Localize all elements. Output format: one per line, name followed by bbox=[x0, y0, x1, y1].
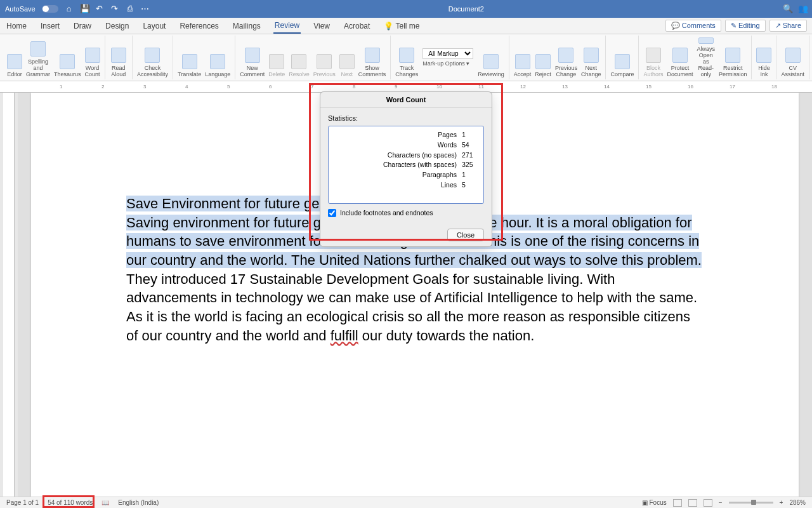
markup-options[interactable]: Mark-up Options ▾ bbox=[422, 60, 473, 67]
spelling-button[interactable]: Spelling and Grammar bbox=[24, 36, 52, 79]
tab-view[interactable]: View bbox=[312, 19, 331, 33]
zoom-plus[interactable]: + bbox=[780, 499, 783, 506]
statistics-box: Pages1 Words54 Characters (no spaces)271… bbox=[328, 126, 484, 204]
prevchange-button[interactable]: Previous Change bbox=[553, 36, 579, 79]
accessibility-button[interactable]: Check Accessibility bbox=[135, 36, 170, 79]
document-title: Document2 bbox=[150, 5, 783, 13]
ruler-vertical bbox=[3, 93, 15, 497]
include-footnotes-checkbox[interactable] bbox=[328, 209, 336, 217]
title-bar: AutoSave ⌂ 💾 ↶ ↷ ⎙ ⋯ Document2 🔍 👥 bbox=[0, 0, 812, 18]
editor-button[interactable]: Editor bbox=[5, 36, 24, 79]
comments-button[interactable]: 💬 Comments bbox=[665, 20, 721, 32]
undo-icon[interactable]: ↶ bbox=[95, 4, 104, 13]
search-icon[interactable]: 🔍 bbox=[783, 4, 792, 13]
wordcount-button[interactable]: Word Count bbox=[83, 36, 102, 79]
ruler-vertical-container bbox=[0, 93, 18, 497]
resolve-button: Resolve bbox=[287, 36, 311, 79]
protectdoc-button[interactable]: Protect Document bbox=[665, 36, 695, 79]
language-status[interactable]: English (India) bbox=[118, 499, 159, 506]
newcomment-button[interactable]: New Comment bbox=[238, 36, 266, 79]
status-bar: Page 1 of 1 54 of 110 words 📖 English (I… bbox=[0, 497, 812, 508]
next-button: Next bbox=[337, 36, 357, 79]
zoom-slider[interactable] bbox=[729, 502, 773, 504]
stat-row: Characters (with spaces)325 bbox=[335, 160, 477, 170]
text-body[interactable]: our duty towards the nation. bbox=[358, 328, 535, 344]
home-icon[interactable]: ⌂ bbox=[65, 4, 74, 13]
share-button[interactable]: ↗ Share bbox=[769, 20, 807, 32]
reviewing-button[interactable]: Reviewing bbox=[476, 36, 506, 79]
restrict-button[interactable]: Restrict Permission bbox=[717, 36, 749, 79]
trackchanges-button[interactable]: Track Changes bbox=[393, 36, 420, 79]
readaloud-button[interactable]: Read Aloud bbox=[108, 36, 129, 79]
autosave-label: AutoSave bbox=[5, 5, 36, 13]
assistant-button[interactable]: CV Assistant bbox=[779, 36, 806, 79]
editing-button[interactable]: ✎ Editing bbox=[725, 20, 766, 32]
wordcount-dialog: Word Count Statistics: Pages1 Words54 Ch… bbox=[320, 91, 492, 247]
tab-design[interactable]: Design bbox=[104, 19, 130, 33]
tab-tellme[interactable]: 💡 Tell me bbox=[383, 19, 421, 33]
alwaysopen-button[interactable]: Always Open as Read-only bbox=[695, 36, 717, 79]
compare-button[interactable]: Compare bbox=[608, 36, 636, 79]
reject-button[interactable]: Reject bbox=[533, 36, 553, 79]
nextchange-button[interactable]: Next Change bbox=[579, 36, 603, 79]
dialog-title: Word Count bbox=[320, 92, 492, 108]
more-icon[interactable]: ⋯ bbox=[141, 4, 150, 13]
tab-insert[interactable]: Insert bbox=[39, 19, 61, 33]
tab-review[interactable]: Review bbox=[273, 18, 301, 34]
stat-row: Paragraphs1 bbox=[335, 170, 477, 180]
text-highlight[interactable]: Save Environment for future gen bbox=[126, 196, 327, 211]
focus-button[interactable]: ▣ Focus bbox=[642, 499, 667, 506]
view-web[interactable] bbox=[704, 499, 712, 507]
ribbon-tabs: Home Insert Draw Design Layout Reference… bbox=[0, 18, 812, 34]
spellcheck-word[interactable]: fulfill bbox=[331, 328, 358, 344]
delete-button: Delete bbox=[266, 36, 287, 79]
statistics-label: Statistics: bbox=[328, 114, 484, 122]
translate-button[interactable]: Translate bbox=[176, 36, 203, 79]
markup-select[interactable]: All Markup bbox=[422, 48, 473, 59]
ribbon: Editor Spelling and Grammar Thesaurus Wo… bbox=[0, 34, 812, 81]
tab-layout[interactable]: Layout bbox=[141, 19, 167, 33]
thesaurus-button[interactable]: Thesaurus bbox=[52, 36, 83, 79]
tab-mailings[interactable]: Mailings bbox=[232, 19, 262, 33]
stat-row: Pages1 bbox=[335, 130, 477, 140]
tab-home[interactable]: Home bbox=[5, 19, 28, 33]
print-icon[interactable]: ⎙ bbox=[126, 4, 134, 13]
redo-icon[interactable]: ↷ bbox=[110, 4, 119, 13]
text-highlight[interactable]: Saving environment for future ge bbox=[126, 215, 329, 231]
view-print[interactable] bbox=[688, 499, 697, 507]
tab-acrobat[interactable]: Acrobat bbox=[343, 19, 371, 33]
zoom-level[interactable]: 286% bbox=[789, 499, 806, 506]
share-top-icon[interactable]: 👥 bbox=[798, 4, 807, 13]
text-highlight[interactable]: solve this problem. bbox=[586, 252, 702, 268]
tab-references[interactable]: References bbox=[178, 19, 219, 33]
language-button[interactable]: Language bbox=[203, 36, 232, 79]
zoom-minus[interactable]: − bbox=[719, 499, 723, 506]
text-highlight[interactable]: This is one of the rising bbox=[477, 233, 628, 249]
close-button[interactable]: Close bbox=[447, 229, 484, 241]
accept-button[interactable]: Accept bbox=[512, 36, 534, 79]
showcomments-button[interactable]: Show Comments bbox=[357, 36, 388, 79]
stat-row: Lines5 bbox=[335, 180, 477, 190]
hideink-button[interactable]: Hide Ink bbox=[754, 36, 773, 79]
include-footnotes-label: Include footnotes and endnotes bbox=[340, 209, 433, 217]
blockauthors-button: Block Authors bbox=[641, 36, 665, 79]
autosave-toggle[interactable] bbox=[42, 5, 58, 13]
stat-row: Words54 bbox=[335, 140, 477, 150]
page-info[interactable]: Page 1 of 1 bbox=[6, 499, 39, 506]
word-count-status[interactable]: 54 of 110 words bbox=[48, 499, 93, 506]
save-icon[interactable]: 💾 bbox=[80, 4, 89, 13]
tab-draw[interactable]: Draw bbox=[72, 19, 93, 33]
previous-button: Previous bbox=[311, 36, 337, 79]
stat-row: Characters (no spaces)271 bbox=[335, 150, 477, 161]
text-highlight[interactable]: e hour. It is a moral obligation bbox=[489, 215, 676, 231]
spell-icon[interactable]: 📖 bbox=[102, 499, 109, 506]
view-read[interactable] bbox=[673, 499, 682, 507]
